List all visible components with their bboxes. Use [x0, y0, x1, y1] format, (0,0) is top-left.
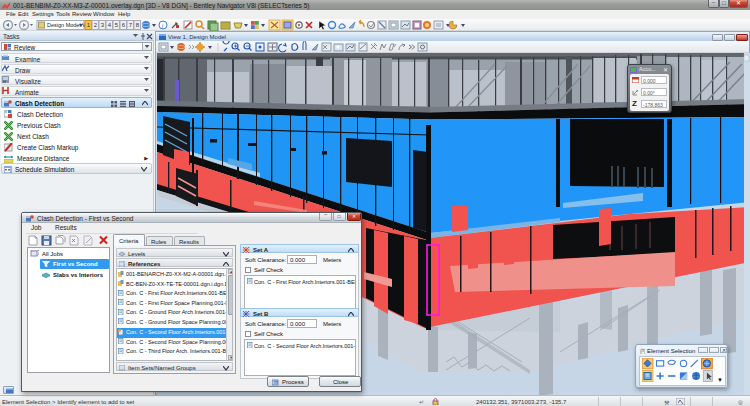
svg-text:i: i [162, 22, 164, 29]
svg-text:Design Model Vie: Design Model Vie [47, 22, 90, 28]
